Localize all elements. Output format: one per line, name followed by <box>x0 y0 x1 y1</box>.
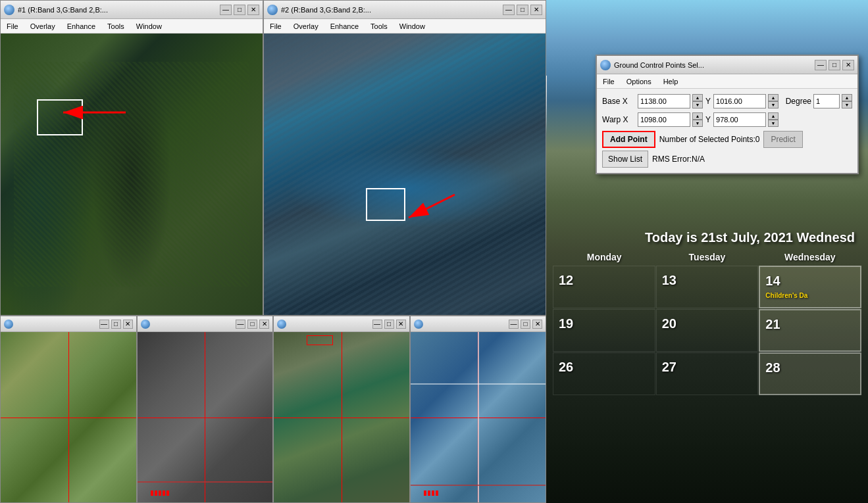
window-1-menu-overlay[interactable]: Overlay <box>28 21 58 32</box>
base-y-down[interactable]: ▼ <box>768 101 779 108</box>
gcp-dialog-controls: — □ ✕ <box>815 60 854 70</box>
horizontal-divider-4 <box>411 383 546 385</box>
gcp-close[interactable]: ✕ <box>842 60 854 70</box>
sw2-close[interactable]: ✕ <box>259 320 269 329</box>
predict-button[interactable]: Predict <box>763 131 802 148</box>
window-1-minimize[interactable]: — <box>220 5 232 15</box>
degree-input[interactable] <box>813 94 840 108</box>
window-2-menu-file[interactable]: File <box>267 21 284 32</box>
window-1-titlebar[interactable]: #1 (R:Band 3,G:Band 2,B:... — □ ✕ <box>1 1 263 19</box>
base-x-down[interactable]: ▼ <box>692 101 703 108</box>
window-2-menu-tools[interactable]: Tools <box>368 21 390 32</box>
warp-x-input[interactable] <box>638 112 690 127</box>
sw1-close[interactable]: ✕ <box>123 320 133 329</box>
calendar-cell-14: 14 Children's Da <box>759 266 861 308</box>
warp-y-input[interactable] <box>713 112 766 127</box>
small-window-3-content <box>274 332 409 502</box>
small-window-2-icon <box>141 320 150 329</box>
day-wednesday: Wednesday <box>759 249 861 266</box>
today-text: Today is 21st July, 2021 Wednesd <box>546 224 868 249</box>
degree-up[interactable]: ▲ <box>842 94 852 101</box>
gcp-base-row: Base X ▲ ▼ Y ▲ ▼ Degree ▲ <box>602 94 852 108</box>
gcp-menubar: File Options Help <box>597 74 857 89</box>
num-selected-value: 0 <box>755 135 760 144</box>
red-arrow-2 <box>396 191 461 226</box>
gcp-minimize[interactable]: — <box>815 60 827 70</box>
window-2-menu-overlay[interactable]: Overlay <box>291 21 321 32</box>
warp-x-up[interactable]: ▲ <box>692 112 703 120</box>
sw-satellite-3 <box>274 332 409 502</box>
sw1-minimize[interactable]: — <box>99 320 109 329</box>
small-window-1-icon <box>4 320 13 329</box>
small-window-4-content <box>411 332 546 502</box>
window-1-controls: — □ ✕ <box>220 5 259 15</box>
window-1-restore[interactable]: □ <box>234 5 245 15</box>
sw4-close[interactable]: ✕ <box>532 320 542 329</box>
base-y-up[interactable]: ▲ <box>768 94 779 101</box>
add-point-button[interactable]: Add Point <box>602 131 655 148</box>
show-list-button[interactable]: Show List <box>602 151 648 168</box>
sw2-restore[interactable]: □ <box>247 320 257 329</box>
small-window-2-controls: — □ ✕ <box>236 320 269 329</box>
red-arrow-1 <box>53 103 132 124</box>
window-2-titlebar[interactable]: #2 (R:Band 3,G:Band 2,B:... — □ ✕ <box>264 1 546 19</box>
gcp-restore[interactable]: □ <box>829 60 840 70</box>
small-window-4-titlebar[interactable]: — □ ✕ <box>411 316 546 332</box>
satellite-image-1 <box>1 34 263 315</box>
gcp-menu-file[interactable]: File <box>600 76 617 87</box>
gcp-menu-help[interactable]: Help <box>661 76 681 87</box>
crosshair-v-1 <box>68 332 69 502</box>
window-1-menu-window[interactable]: Window <box>134 21 165 32</box>
small-window-3-icon <box>277 320 286 329</box>
small-window-1-titlebar[interactable]: — □ ✕ <box>1 316 136 332</box>
sw3-restore[interactable]: □ <box>384 320 394 329</box>
satellite-image-2 <box>264 34 546 315</box>
window-1: #1 (R:Band 3,G:Band 2,B:... — □ ✕ File O… <box>0 0 263 316</box>
warp-y-label: Y <box>705 115 711 124</box>
degree-group: Degree ▲ ▼ <box>786 94 852 108</box>
gcp-titlebar[interactable]: Ground Control Points Sel... — □ ✕ <box>597 56 857 74</box>
warp-y-up[interactable]: ▲ <box>768 112 779 120</box>
base-x-input-group: ▲ ▼ <box>638 94 703 108</box>
small-window-4-controls: — □ ✕ <box>509 320 542 329</box>
base-y-label: Y <box>705 97 711 106</box>
warp-x-spinner: ▲ ▼ <box>692 112 703 127</box>
base-x-up[interactable]: ▲ <box>692 94 703 101</box>
base-x-input[interactable] <box>638 94 690 108</box>
small-window-3-controls: — □ ✕ <box>372 320 406 329</box>
small-window-4: — □ ✕ <box>410 316 547 503</box>
window-2-icon <box>267 5 278 15</box>
small-window-2-titlebar[interactable]: — □ ✕ <box>138 316 273 332</box>
window-1-content <box>1 34 263 315</box>
small-window-3-titlebar[interactable]: — □ ✕ <box>274 316 409 332</box>
gcp-menu-options[interactable]: Options <box>624 76 654 87</box>
sw3-close[interactable]: ✕ <box>396 320 406 329</box>
calendar-cell-12: 12 <box>553 266 655 308</box>
warp-y-down[interactable]: ▼ <box>768 120 779 127</box>
sw4-restore[interactable]: □ <box>521 320 530 329</box>
window-1-menu-file[interactable]: File <box>4 21 21 32</box>
window-2-minimize[interactable]: — <box>503 5 515 15</box>
base-y-input[interactable] <box>713 94 766 108</box>
sw2-minimize[interactable]: — <box>236 320 245 329</box>
sw4-minimize[interactable]: — <box>509 320 519 329</box>
calendar-cell-21: 21 <box>759 309 861 352</box>
window-2-menu-window[interactable]: Window <box>397 21 428 32</box>
small-window-1-content <box>1 332 136 502</box>
window-1-menu-enhance[interactable]: Enhance <box>64 21 98 32</box>
warp-y-input-group: ▲ ▼ <box>713 112 779 127</box>
warp-x-label: Warp X <box>602 115 635 124</box>
window-2-menubar: File Overlay Enhance Tools Window <box>264 19 546 34</box>
window-2-menu-enhance[interactable]: Enhance <box>328 21 361 32</box>
sw3-minimize[interactable]: — <box>372 320 382 329</box>
window-1-close[interactable]: ✕ <box>247 5 259 15</box>
window-1-menu-tools[interactable]: Tools <box>105 21 127 32</box>
small-window-4-icon <box>414 320 423 329</box>
window-2-close[interactable]: ✕ <box>530 5 542 15</box>
base-y-spinner: ▲ ▼ <box>768 94 779 108</box>
gcp-warp-row: Warp X ▲ ▼ Y ▲ ▼ <box>602 112 852 127</box>
sw1-restore[interactable]: □ <box>111 320 121 329</box>
degree-down[interactable]: ▼ <box>842 101 852 108</box>
warp-x-down[interactable]: ▼ <box>692 120 703 127</box>
window-2-restore[interactable]: □ <box>517 5 528 15</box>
